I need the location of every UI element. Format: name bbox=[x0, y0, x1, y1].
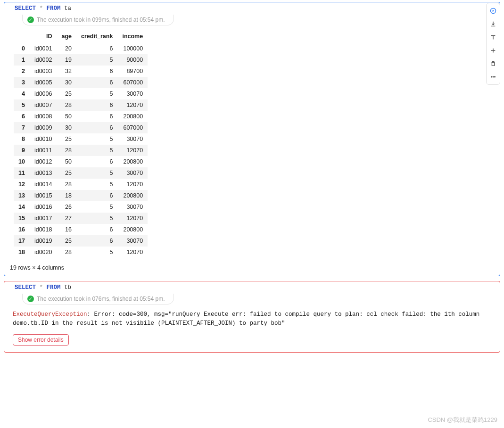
table-cell: 12070 bbox=[117, 99, 148, 111]
text-button[interactable] bbox=[487, 32, 499, 43]
table-cell: 5 bbox=[76, 145, 117, 156]
table-row: 17id001925630070 bbox=[14, 235, 148, 247]
cell-toolbar bbox=[486, 3, 500, 85]
index-header bbox=[14, 30, 30, 43]
table-cell: 12070 bbox=[117, 213, 148, 224]
table-cell: 5 bbox=[76, 133, 117, 145]
table-cell: 6 bbox=[76, 224, 117, 235]
table-cell: 20 bbox=[57, 43, 76, 55]
table-cell: 6 bbox=[76, 156, 117, 167]
row-index: 8 bbox=[14, 133, 30, 145]
table-cell: id0013 bbox=[30, 167, 57, 179]
table-cell: id0010 bbox=[30, 133, 57, 145]
sql-table: ta bbox=[64, 5, 71, 12]
table-cell: 12070 bbox=[117, 179, 148, 190]
row-index: 12 bbox=[14, 179, 30, 190]
run-button[interactable] bbox=[487, 5, 499, 16]
table-row: 8id001025530070 bbox=[14, 133, 148, 145]
table-cell: 5 bbox=[76, 88, 117, 99]
sql-table: tb bbox=[64, 284, 71, 291]
table-cell: 6 bbox=[76, 77, 117, 88]
row-index: 14 bbox=[14, 201, 30, 213]
column-header: ID bbox=[30, 30, 57, 43]
success-icon: ✓ bbox=[27, 16, 34, 23]
row-index: 17 bbox=[14, 235, 30, 247]
show-error-details-button[interactable]: Show error details bbox=[13, 334, 69, 346]
table-header-row: IDagecredit_rankincome bbox=[14, 30, 148, 43]
table-row: 11id001325530070 bbox=[14, 167, 148, 179]
result-table-wrap: IDagecredit_rankincome 0id00012061000001… bbox=[4, 25, 500, 263]
table-cell: id0008 bbox=[30, 111, 57, 122]
table-cell: 89700 bbox=[117, 66, 148, 77]
table-cell: 90000 bbox=[117, 54, 148, 66]
table-cell: id0003 bbox=[30, 66, 57, 77]
table-cell: 100000 bbox=[117, 43, 148, 55]
row-index: 18 bbox=[14, 247, 30, 258]
row-index: 2 bbox=[14, 66, 30, 77]
table-row: 16id0018166200800 bbox=[14, 224, 148, 235]
table-cell: 6 bbox=[76, 66, 117, 77]
table-cell: 50 bbox=[57, 156, 76, 167]
table-cell: 28 bbox=[57, 99, 76, 111]
error-output: ExecuteQueryException: Error: code=300, … bbox=[4, 305, 500, 352]
table-row: 6id0008506200800 bbox=[14, 111, 148, 122]
status-text: The execution took in 099ms, finished at… bbox=[37, 16, 165, 23]
table-cell: 30 bbox=[57, 77, 76, 88]
table-cell: 16 bbox=[57, 224, 76, 235]
row-index: 5 bbox=[14, 99, 30, 111]
table-cell: 200800 bbox=[117, 190, 148, 201]
table-cell: 6 bbox=[76, 235, 117, 247]
row-index: 0 bbox=[14, 43, 30, 55]
table-row: 4id000625530070 bbox=[14, 88, 148, 99]
code-editor[interactable]: SELECT * FROM tb bbox=[4, 281, 500, 294]
table-cell: 19 bbox=[57, 54, 76, 66]
download-button[interactable] bbox=[487, 18, 499, 30]
row-index: 10 bbox=[14, 156, 30, 167]
table-cell: id0019 bbox=[30, 235, 57, 247]
row-index: 13 bbox=[14, 190, 30, 201]
error-class: ExecuteQueryException bbox=[13, 311, 87, 318]
table-row: 10id0012506200800 bbox=[14, 156, 148, 167]
table-cell: 30070 bbox=[117, 133, 148, 145]
sql-keyword: SELECT bbox=[15, 284, 36, 291]
table-row: 12id001428512070 bbox=[14, 179, 148, 190]
more-button[interactable] bbox=[487, 71, 499, 82]
table-cell: id0017 bbox=[30, 213, 57, 224]
table-cell: id0007 bbox=[30, 99, 57, 111]
column-header: credit_rank bbox=[76, 30, 117, 43]
table-cell: id0018 bbox=[30, 224, 57, 235]
table-cell: 6 bbox=[76, 111, 117, 122]
table-cell: 25 bbox=[57, 133, 76, 145]
svg-point-2 bbox=[493, 76, 494, 77]
execution-status: ✓ The execution took in 099ms, finished … bbox=[22, 15, 174, 25]
table-row: 0id0001206100000 bbox=[14, 43, 148, 55]
table-cell: id0009 bbox=[30, 122, 57, 133]
add-button[interactable] bbox=[487, 45, 499, 56]
svg-point-3 bbox=[495, 76, 496, 77]
svg-point-1 bbox=[491, 76, 492, 77]
row-index: 7 bbox=[14, 122, 30, 133]
table-cell: id0020 bbox=[30, 247, 57, 258]
table-cell: 6 bbox=[76, 99, 117, 111]
table-cell: 25 bbox=[57, 88, 76, 99]
table-cell: 30070 bbox=[117, 167, 148, 179]
delete-button[interactable] bbox=[487, 58, 499, 69]
table-row: 9id001128512070 bbox=[14, 145, 148, 156]
column-header: income bbox=[117, 30, 148, 43]
table-cell: id0014 bbox=[30, 179, 57, 190]
code-editor[interactable]: SELECT * FROM ta bbox=[4, 2, 500, 15]
table-row: 7id0009306607000 bbox=[14, 122, 148, 133]
sql-cell-2[interactable]: SELECT * FROM tb ✓ The execution took in… bbox=[4, 281, 500, 353]
table-cell: 30070 bbox=[117, 201, 148, 213]
table-cell: 12070 bbox=[117, 145, 148, 156]
row-index: 9 bbox=[14, 145, 30, 156]
row-index: 4 bbox=[14, 88, 30, 99]
sql-cell-1[interactable]: SELECT * FROM ta ✓ The execution took in… bbox=[4, 2, 500, 276]
execution-status: ✓ The execution took in 076ms, finished … bbox=[22, 294, 174, 305]
table-cell: 5 bbox=[76, 167, 117, 179]
table-cell: 30 bbox=[57, 122, 76, 133]
sql-operator: * bbox=[40, 284, 43, 291]
table-cell: id0002 bbox=[30, 54, 57, 66]
table-cell: 30070 bbox=[117, 235, 148, 247]
table-cell: 50 bbox=[57, 111, 76, 122]
